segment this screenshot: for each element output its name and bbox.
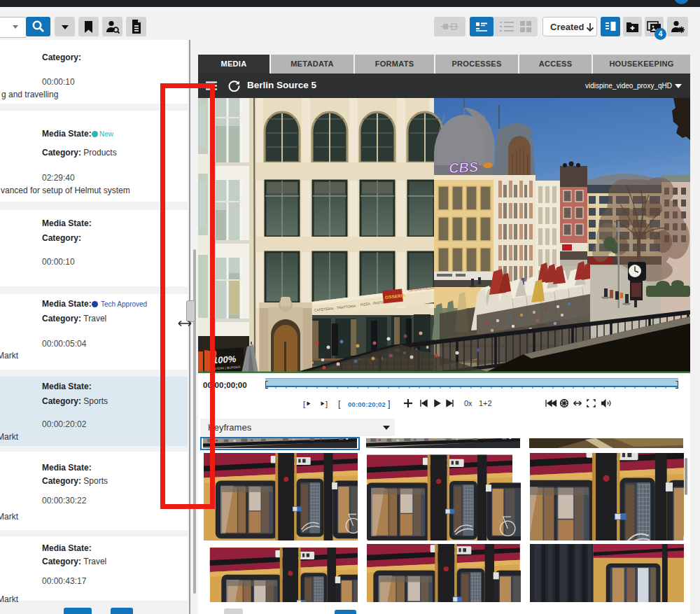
svg-text:1+2: 1+2 [479, 399, 492, 407]
svg-text:[: [ [303, 400, 305, 408]
svg-text:]: ] [388, 399, 390, 409]
svg-text:]: ] [326, 400, 328, 408]
svg-text:CBS: CBS [449, 159, 479, 176]
svg-text:00:00:20;02: 00:00:20;02 [348, 400, 386, 408]
svg-text:[: [ [338, 399, 341, 409]
svg-text:0x: 0x [464, 399, 472, 407]
